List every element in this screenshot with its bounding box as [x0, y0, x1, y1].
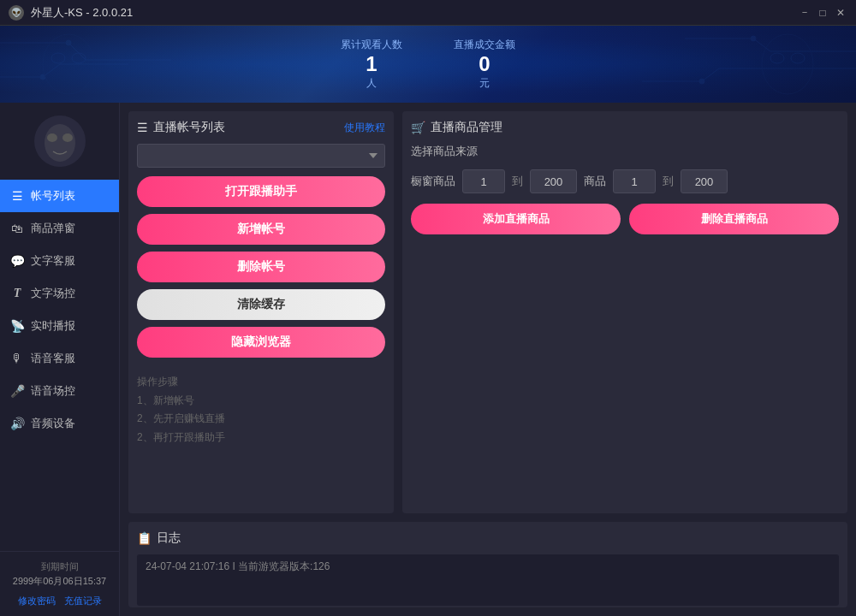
delete-account-button[interactable]: 删除帐号	[137, 252, 385, 282]
popup-to-input[interactable]	[530, 169, 577, 193]
app-title: 外星人-KS - 2.0.0.21	[31, 5, 133, 21]
log-title-text: 日志	[157, 530, 181, 546]
dropdown-row	[137, 144, 385, 168]
popup-from-input[interactable]	[462, 169, 505, 193]
add-product-button[interactable]: 添加直播商品	[411, 204, 621, 234]
header-stats: 累计观看人数 1 人 直播成交金额 0 元	[341, 38, 515, 91]
account-panel-header: ☰ 直播帐号列表 使用教程	[137, 120, 385, 135]
app-icon: 👽	[9, 5, 24, 21]
voice-control-icon: 🎤	[10, 384, 24, 398]
voice-control-label: 语音场控	[31, 383, 75, 399]
product-actions: 添加直播商品 删除直播商品	[411, 204, 839, 234]
svg-point-2	[751, 36, 756, 41]
product-from-input[interactable]	[613, 169, 656, 193]
avatar	[34, 116, 86, 167]
voice-service-label: 语音客服	[31, 351, 75, 366]
account-panel-title: ☰ 直播帐号列表	[137, 120, 225, 135]
voice-service-icon: 🎙	[10, 352, 24, 365]
realtime-label: 实时播报	[31, 318, 75, 334]
hide-browser-button[interactable]: 隐藏浏览器	[137, 327, 385, 358]
expiry-date: 2999年06月06日15:37	[10, 575, 109, 588]
minimize-button[interactable]: －	[798, 6, 811, 20]
instruction-3: 2、再打开跟播助手	[137, 429, 385, 447]
account-title-text: 直播帐号列表	[153, 120, 225, 135]
sidebar-item-voice-service[interactable]: 🎙 语音客服	[0, 342, 119, 375]
titlebar-left: 👽 外星人-KS - 2.0.0.21	[9, 5, 133, 21]
top-row: ☰ 直播帐号列表 使用教程 打开跟播助手 新增帐号 删除帐号 清除缓存 隐藏浏览…	[128, 111, 847, 513]
goods-icon: 🛍	[10, 222, 24, 235]
tutorial-link[interactable]: 使用教程	[344, 121, 385, 135]
svg-point-9	[791, 53, 805, 63]
log-title-icon: 📋	[137, 531, 152, 545]
sales-unit: 元	[454, 76, 515, 91]
account-title-icon: ☰	[137, 121, 148, 134]
viewers-label: 累计观看人数	[341, 38, 402, 52]
sidebar-item-realtime[interactable]: 📡 实时播报	[0, 310, 119, 342]
svg-point-3	[699, 79, 704, 84]
product-title-text: 直播商品管理	[431, 120, 502, 135]
svg-point-0	[66, 40, 71, 45]
sidebar-item-text-control[interactable]: T 文字场控	[0, 277, 119, 310]
clear-cache-button[interactable]: 清除缓存	[137, 289, 385, 320]
change-password-link[interactable]: 修改密码	[18, 595, 56, 607]
text-control-label: 文字场控	[31, 286, 75, 301]
account-dropdown[interactable]	[137, 144, 385, 168]
sidebar: ☰ 帐号列表 🛍 商品弹窗 💬 文字客服 T 文字场控 📡 实时播报 🎙 语	[0, 103, 120, 616]
popup-to-separator: 到	[512, 174, 523, 189]
open-helper-button[interactable]: 打开跟播助手	[137, 176, 385, 207]
product-label: 商品	[584, 174, 606, 189]
accounts-label: 帐号列表	[31, 188, 75, 204]
product-panel: 🛒 直播商品管理 选择商品来源 橱窗商品 到 商品 到 添加直播商品	[402, 111, 847, 513]
log-panel-header: 📋 日志	[137, 530, 839, 546]
add-account-button[interactable]: 新增帐号	[137, 214, 385, 245]
accounts-icon: ☰	[10, 189, 24, 203]
source-label: 选择商品来源	[411, 144, 839, 159]
product-to-input[interactable]	[681, 169, 728, 193]
titlebar-controls: － □ ✕	[798, 6, 847, 20]
maximize-button[interactable]: □	[816, 6, 829, 20]
svg-point-10	[45, 124, 75, 162]
main-layout: ☰ 帐号列表 🛍 商品弹窗 💬 文字客服 T 文字场控 📡 实时播报 🎙 语	[0, 103, 856, 616]
viewers-value: 1	[341, 54, 402, 74]
sidebar-item-goods[interactable]: 🛍 商品弹窗	[0, 212, 119, 245]
text-control-icon: T	[10, 287, 24, 300]
instructions: 操作步骤 1、新增帐号 2、先开启赚钱直播 2、再打开跟播助手	[137, 373, 385, 447]
product-panel-title: 🛒 直播商品管理	[411, 120, 502, 135]
avatar-area	[34, 116, 86, 167]
svg-point-11	[47, 133, 57, 142]
sidebar-item-audio[interactable]: 🔊 音频设备	[0, 407, 119, 440]
delete-product-button[interactable]: 删除直播商品	[629, 204, 839, 234]
sales-label: 直播成交金额	[454, 38, 515, 52]
sales-value: 0	[454, 54, 515, 74]
sidebar-item-voice-control[interactable]: 🎤 语音场控	[0, 375, 119, 407]
viewers-unit: 人	[341, 76, 402, 91]
close-button[interactable]: ✕	[834, 6, 847, 20]
live-sales-stat: 直播成交金额 0 元	[454, 38, 515, 91]
svg-point-8	[770, 53, 784, 63]
sidebar-bottom: 到期时间 2999年06月06日15:37 修改密码 充值记录	[0, 551, 119, 616]
product-title-icon: 🛒	[411, 121, 425, 134]
instruction-2: 2、先开启赚钱直播	[137, 410, 385, 429]
sidebar-item-text-service[interactable]: 💬 文字客服	[0, 245, 119, 277]
titlebar: 👽 外星人-KS - 2.0.0.21 － □ ✕	[0, 0, 856, 26]
log-entry: 24-07-04 21:07:16 I 当前游览器版本:126	[146, 560, 330, 572]
log-panel: 📋 日志 24-07-04 21:07:16 I 当前游览器版本:126	[128, 522, 847, 607]
product-panel-header: 🛒 直播商品管理	[411, 120, 839, 135]
bottom-links: 修改密码 充值记录	[10, 595, 109, 607]
sidebar-item-accounts[interactable]: ☰ 帐号列表	[0, 180, 119, 212]
product-to-separator: 到	[663, 174, 674, 189]
total-viewers-stat: 累计观看人数 1 人	[341, 38, 402, 91]
expiry-label: 到期时间	[10, 560, 109, 573]
text-service-icon: 💬	[10, 254, 24, 268]
text-service-label: 文字客服	[31, 253, 75, 269]
log-panel-title: 📋 日志	[137, 530, 181, 546]
header-banner: 累计观看人数 1 人 直播成交金额 0 元	[0, 26, 856, 103]
recharge-link[interactable]: 充值记录	[64, 595, 102, 607]
account-list-panel: ☰ 直播帐号列表 使用教程 打开跟播助手 新增帐号 删除帐号 清除缓存 隐藏浏览…	[128, 111, 394, 513]
goods-label: 商品弹窗	[31, 221, 75, 236]
realtime-icon: 📡	[10, 319, 24, 333]
svg-point-7	[762, 34, 813, 94]
popup-product-label: 橱窗商品	[411, 174, 455, 189]
content-area: ☰ 直播帐号列表 使用教程 打开跟播助手 新增帐号 删除帐号 清除缓存 隐藏浏览…	[120, 103, 856, 616]
audio-icon: 🔊	[10, 417, 24, 430]
